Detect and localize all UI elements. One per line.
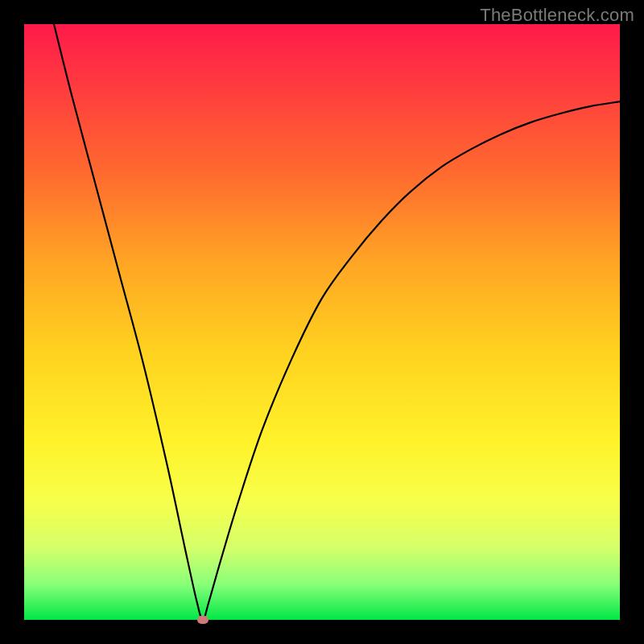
chart-plot-area: [24, 24, 620, 620]
watermark-text: TheBottleneck.com: [480, 5, 634, 26]
minimum-marker: [197, 616, 208, 624]
bottleneck-curve: [54, 24, 620, 620]
curve-layer: [24, 24, 620, 620]
